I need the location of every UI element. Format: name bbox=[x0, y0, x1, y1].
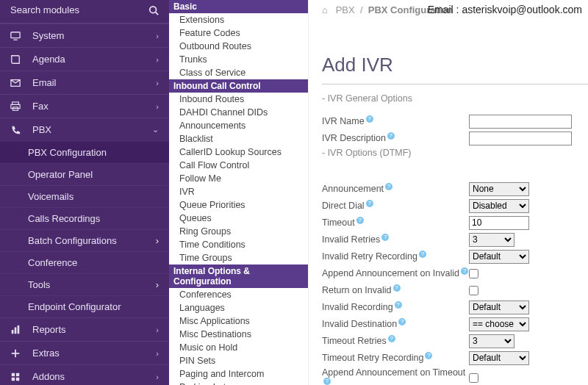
label-app-to: Append Announcement on Timeout bbox=[322, 367, 465, 378]
svg-point-0 bbox=[150, 6, 157, 12]
subnav-batch-configurations[interactable]: Batch Configurations› bbox=[0, 229, 169, 251]
help-icon[interactable]: ? bbox=[387, 132, 395, 140]
to-retries-select[interactable]: 3 bbox=[469, 334, 514, 348]
help-icon[interactable]: ? bbox=[461, 267, 468, 275]
direct-dial-select[interactable]: Disabled bbox=[469, 199, 529, 213]
subnav-endpoint-configurator[interactable]: Endpoint Configurator bbox=[0, 295, 169, 317]
nav-fax[interactable]: Fax› bbox=[0, 94, 169, 118]
subnav-operator-panel[interactable]: Operator Panel bbox=[0, 163, 169, 185]
nav-label: System bbox=[32, 30, 156, 41]
help-icon[interactable]: ? bbox=[385, 183, 392, 190]
nav-pbx[interactable]: PBX⌄ bbox=[0, 118, 169, 141]
ret-inv-checkbox[interactable] bbox=[469, 286, 478, 295]
desktop-icon bbox=[10, 31, 25, 41]
search-row bbox=[0, 0, 169, 24]
help-icon[interactable]: ? bbox=[356, 217, 364, 224]
module-queue-priorities[interactable]: Queue Priorities bbox=[169, 198, 308, 212]
module-time-groups[interactable]: Time Groups bbox=[169, 251, 308, 265]
module-announcements[interactable]: Announcements bbox=[169, 119, 308, 132]
label-to-retries: Timeout Retries bbox=[322, 337, 387, 347]
module-class-of-service[interactable]: Class of Service bbox=[169, 66, 308, 79]
inv-retries-select[interactable]: 3 bbox=[469, 233, 514, 247]
module-pin-sets[interactable]: PIN Sets bbox=[169, 354, 308, 367]
module-follow-me[interactable]: Follow Me bbox=[169, 172, 308, 185]
module-conferences[interactable]: Conferences bbox=[169, 288, 308, 301]
cubes-icon bbox=[10, 372, 25, 382]
help-icon[interactable]: ? bbox=[381, 234, 389, 241]
inv-dest-select[interactable]: == choose one == bbox=[469, 317, 529, 331]
module-outbound-routes[interactable]: Outbound Routes bbox=[169, 40, 308, 53]
inv-rec-select[interactable]: Default bbox=[469, 301, 529, 314]
module-trunks[interactable]: Trunks bbox=[169, 53, 308, 66]
help-icon[interactable]: ? bbox=[323, 378, 331, 385]
app-to-checkbox[interactable] bbox=[469, 373, 478, 383]
chevron-right-icon: › bbox=[156, 349, 159, 358]
module-list: BasicExtensionsFeature CodesOutbound Rou… bbox=[169, 0, 309, 385]
svg-line-1 bbox=[156, 12, 159, 15]
module-misc-destinations[interactable]: Misc Destinations bbox=[169, 328, 308, 341]
nav-system[interactable]: System› bbox=[0, 24, 169, 47]
search-icon[interactable] bbox=[148, 5, 159, 15]
help-icon[interactable]: ? bbox=[398, 318, 406, 325]
chevron-down-icon: ⌄ bbox=[152, 125, 159, 134]
module-languages[interactable]: Languages bbox=[169, 301, 308, 314]
module-misc-applications[interactable]: Misc Applications bbox=[169, 314, 308, 328]
module-dahdi-channel-dids[interactable]: DAHDI Channel DIDs bbox=[169, 106, 308, 119]
label-announcement: Announcement bbox=[322, 184, 384, 195]
help-icon[interactable]: ? bbox=[419, 251, 426, 258]
subnav-calls-recordings[interactable]: Calls Recordings bbox=[0, 207, 169, 229]
chevron-right-icon: › bbox=[156, 279, 159, 290]
nav-reports[interactable]: Reports› bbox=[0, 317, 169, 341]
subnav-tools[interactable]: Tools› bbox=[0, 273, 169, 295]
svg-rect-14 bbox=[16, 373, 19, 375]
app-inv-checkbox[interactable] bbox=[469, 269, 478, 278]
breadcrumb-pbx[interactable]: PBX bbox=[336, 4, 355, 15]
chevron-right-icon: › bbox=[156, 32, 159, 40]
group-header: Internal Options & Configuration bbox=[169, 265, 308, 288]
module-blacklist[interactable]: Blacklist bbox=[169, 132, 308, 145]
subnav-voicemails[interactable]: Voicemails bbox=[0, 185, 169, 207]
module-ivr[interactable]: IVR bbox=[169, 185, 308, 198]
svg-rect-8 bbox=[12, 330, 14, 334]
module-music-on-hold[interactable]: Music on Hold bbox=[169, 341, 308, 354]
search-input[interactable] bbox=[10, 4, 148, 15]
label-timeout: Timeout bbox=[322, 218, 355, 229]
module-extensions[interactable]: Extensions bbox=[169, 13, 308, 26]
inv-retry-rec-select[interactable]: Default bbox=[469, 250, 529, 264]
module-queues[interactable]: Queues bbox=[169, 212, 308, 225]
help-icon[interactable]: ? bbox=[388, 335, 395, 342]
ivr-desc-input[interactable] bbox=[469, 132, 572, 145]
announcement-select[interactable]: None bbox=[469, 182, 529, 196]
label-app-inv: Append Announcement on Invalid bbox=[322, 269, 459, 279]
nav-label: Agenda bbox=[32, 54, 156, 65]
subnav-label: Endpoint Configurator bbox=[28, 301, 159, 312]
home-icon[interactable]: ⌂ bbox=[322, 4, 328, 15]
legend-dtmf: - IVR Options (DTMF) bbox=[322, 148, 588, 158]
help-icon[interactable]: ? bbox=[395, 301, 402, 309]
help-icon[interactable]: ? bbox=[425, 352, 432, 359]
ivr-name-input[interactable] bbox=[469, 115, 572, 129]
subnav-pbx-configuration[interactable]: PBX Configuration bbox=[0, 141, 169, 163]
help-icon[interactable]: ? bbox=[393, 284, 401, 292]
module-paging-and-intercom[interactable]: Paging and Intercom bbox=[169, 367, 308, 381]
subnav-conference[interactable]: Conference bbox=[0, 251, 169, 273]
module-time-conditions[interactable]: Time Conditions bbox=[169, 238, 308, 251]
module-call-flow-control[interactable]: Call Flow Control bbox=[169, 159, 308, 172]
sidebar: System›Agenda›Email›Fax›PBX⌄PBX Configur… bbox=[0, 0, 169, 385]
module-feature-codes[interactable]: Feature Codes bbox=[169, 26, 308, 40]
nav-email[interactable]: Email› bbox=[0, 71, 169, 94]
nav-addons[interactable]: Addons› bbox=[0, 364, 169, 385]
module-inbound-routes[interactable]: Inbound Routes bbox=[169, 93, 308, 106]
nav-extras[interactable]: Extras› bbox=[0, 341, 169, 364]
svg-rect-9 bbox=[15, 327, 17, 334]
module-parking-lot[interactable]: Parking Lot bbox=[169, 381, 308, 385]
timeout-input[interactable] bbox=[469, 216, 529, 230]
label-ivr-name: IVR Name bbox=[322, 117, 365, 127]
help-icon[interactable]: ? bbox=[366, 115, 373, 123]
module-callerid-lookup-sources[interactable]: CallerID Lookup Sources bbox=[169, 145, 308, 159]
subnav-label: PBX Configuration bbox=[28, 147, 159, 158]
to-retry-rec-select[interactable]: Default bbox=[469, 351, 529, 365]
module-ring-groups[interactable]: Ring Groups bbox=[169, 225, 308, 238]
help-icon[interactable]: ? bbox=[366, 200, 373, 207]
nav-agenda[interactable]: Agenda› bbox=[0, 47, 169, 71]
